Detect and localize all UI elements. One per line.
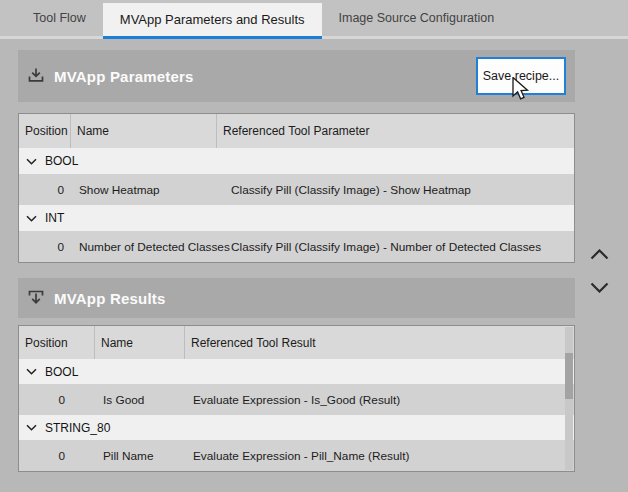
- group-label: BOOL: [45, 154, 78, 168]
- column-header-name: Name: [71, 114, 217, 148]
- column-header-referenced-tool-parameter: Referenced Tool Parameter: [217, 114, 574, 148]
- cell-position: 0: [19, 393, 95, 407]
- group-row-bool[interactable]: BOOL: [19, 148, 574, 174]
- results-section-header: MVApp Results: [18, 278, 575, 318]
- results-section-title: MVApp Results: [54, 290, 166, 307]
- tab-tool-flow[interactable]: Tool Flow: [16, 0, 103, 36]
- cell-position: 0: [19, 240, 71, 254]
- cell-name: Number of Detected Classes: [71, 240, 231, 254]
- chevron-down-icon: [26, 368, 37, 375]
- table-row[interactable]: 0 Pill Name Evaluate Expression - Pill_N…: [19, 440, 574, 471]
- results-vertical-scrollbar[interactable]: [565, 327, 573, 470]
- group-row-string-80[interactable]: STRING_80: [19, 415, 574, 440]
- chevron-up-icon: [590, 249, 609, 260]
- group-label: STRING_80: [45, 421, 110, 435]
- cell-name: Show Heatmap: [71, 183, 231, 197]
- import-icon: [27, 67, 45, 85]
- column-header-position: Position: [19, 326, 95, 359]
- group-label: BOOL: [45, 365, 78, 379]
- chevron-down-icon: [590, 282, 609, 293]
- parameters-section-header: MVApp Parameters Save recipe...: [18, 50, 575, 102]
- column-header-referenced-tool-result: Referenced Tool Result: [185, 326, 574, 359]
- export-icon: [27, 289, 45, 307]
- group-row-bool[interactable]: BOOL: [19, 359, 574, 384]
- results-table-header-row: Position Name Referenced Tool Result: [19, 326, 574, 359]
- column-header-name: Name: [95, 326, 185, 359]
- cell-position: 0: [19, 183, 71, 197]
- parameters-table: Position Name Referenced Tool Parameter …: [18, 113, 575, 263]
- arrow-cursor-icon: [512, 77, 532, 108]
- tab-mvapp-parameters-and-results[interactable]: MVApp Parameters and Results: [103, 3, 322, 39]
- chevron-down-icon: [26, 424, 37, 431]
- table-row[interactable]: 0 Is Good Evaluate Expression - Is_Good …: [19, 384, 574, 415]
- cell-referenced: Classify Pill (Classify Image) - Number …: [231, 240, 574, 254]
- tab-image-source-configuration[interactable]: Image Source Configuration: [322, 0, 512, 36]
- cell-referenced: Evaluate Expression - Is_Good (Result): [185, 393, 574, 407]
- cell-name: Pill Name: [95, 449, 185, 463]
- results-table: Position Name Referenced Tool Result BOO…: [18, 325, 575, 472]
- chevron-down-icon: [26, 215, 37, 222]
- scroll-down-button[interactable]: [587, 278, 611, 296]
- scrollbar-thumb[interactable]: [565, 353, 573, 399]
- chevron-down-icon: [26, 158, 37, 165]
- cell-position: 0: [19, 449, 95, 463]
- cell-name: Is Good: [95, 393, 185, 407]
- table-row[interactable]: 0 Show Heatmap Classify Pill (Classify I…: [19, 174, 574, 205]
- group-row-int[interactable]: INT: [19, 205, 574, 231]
- tab-bar: Tool Flow MVApp Parameters and Results I…: [0, 0, 628, 39]
- cell-referenced: Classify Pill (Classify Image) - Show He…: [231, 183, 574, 197]
- group-label: INT: [45, 211, 64, 225]
- cell-referenced: Evaluate Expression - Pill_Name (Result): [185, 449, 574, 463]
- parameters-table-header-row: Position Name Referenced Tool Parameter: [19, 114, 574, 148]
- parameters-section-title: MVApp Parameters: [54, 68, 194, 85]
- scroll-up-button[interactable]: [587, 245, 611, 263]
- table-row[interactable]: 0 Number of Detected Classes Classify Pi…: [19, 231, 574, 262]
- mvapp-configuration-window: Tool Flow MVApp Parameters and Results I…: [0, 0, 628, 492]
- column-header-position: Position: [19, 114, 71, 148]
